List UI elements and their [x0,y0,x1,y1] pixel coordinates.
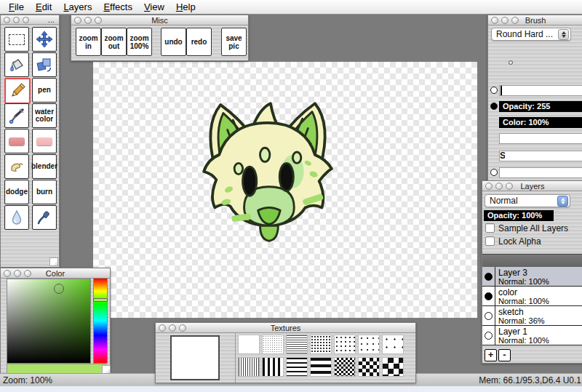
scatter-pressure-toggle[interactable] [490,169,498,176]
layer-row-layer3[interactable]: Layer 3 Normal: 100% [482,267,582,287]
toolbox-titlebar[interactable]: ... [1,15,59,25]
pen-tool[interactable]: pen [32,78,57,103]
color-titlebar[interactable]: Color [1,268,110,279]
stepper-icon[interactable] [558,29,569,40]
eyedropper-tool[interactable] [32,205,57,230]
layer-row-layer1[interactable]: Layer 1 Normal: 100% [482,326,582,345]
window-zoom-icon[interactable] [95,17,102,24]
blender-tool[interactable]: blender [32,154,57,179]
texture-swatch[interactable] [382,357,404,377]
menu-help[interactable]: Help [170,1,202,13]
soft-eraser-icon [36,137,52,145]
zoom-out-button[interactable]: zoom out [101,28,127,56]
window-minimize-icon[interactable] [169,324,176,332]
airbrush-tool[interactable] [4,103,29,128]
menu-effects[interactable]: Effects [97,1,138,13]
add-layer-button[interactable]: + [485,349,497,361]
layer-row-sketch[interactable]: sketch Normal: 36% [482,306,582,326]
toolbox-resize-grip[interactable] [49,257,58,266]
texture-swatch[interactable] [262,357,284,377]
texture-swatch[interactable] [358,357,380,377]
window-zoom-icon[interactable] [511,17,519,24]
texture-swatch[interactable] [286,335,308,354]
save-pic-button[interactable]: save pic [221,28,247,56]
layers-titlebar[interactable]: Layers [482,181,582,191]
window-minimize-icon[interactable] [14,270,21,277]
window-close-icon[interactable] [4,17,10,23]
layer-row-color[interactable]: color Normal: 100% [482,287,582,306]
smudge-tool[interactable] [4,154,29,179]
visibility-toggle-icon[interactable] [485,273,493,281]
brush-size-slider[interactable] [499,85,582,96]
zoom-in-button[interactable]: zoom in [76,28,101,56]
zoom-100-button[interactable]: zoom 100% [127,28,152,56]
window-zoom-icon[interactable] [179,324,186,332]
burn-tool[interactable]: burn [32,180,57,204]
watercolor-tool[interactable]: water color [32,103,57,128]
misc-titlebar[interactable]: Misc [71,15,248,25]
pencil-tool[interactable] [4,78,31,104]
texture-swatch[interactable] [310,357,332,377]
canvas-document[interactable] [93,62,477,318]
texture-swatch[interactable] [382,335,404,354]
visibility-toggle-icon[interactable] [485,292,493,300]
window-minimize-icon[interactable] [495,183,503,190]
menu-file[interactable]: File [3,1,30,13]
brush-color-slider[interactable]: Color: 100% [499,117,582,128]
texture-swatch[interactable] [262,335,284,354]
redo-button[interactable]: redo [186,28,212,56]
select-rect-tool[interactable] [4,27,29,52]
textures-titlebar[interactable]: Textures [156,323,415,333]
color-cursor-icon[interactable] [54,284,64,294]
remove-layer-button[interactable]: - [498,349,511,361]
rotate-canvas-tool[interactable] [32,52,57,77]
brush-scatter-slider[interactable] [499,167,582,178]
blur-tool[interactable] [4,205,29,230]
window-zoom-icon[interactable] [24,270,31,277]
window-close-icon[interactable] [491,17,498,24]
window-close-icon[interactable] [74,17,81,24]
dodge-tool[interactable]: dodge [4,180,29,204]
sample-all-layers-checkbox[interactable] [485,223,495,233]
texture-swatch[interactable] [310,335,332,354]
window-zoom-icon[interactable] [506,183,513,190]
texture-swatch[interactable] [358,335,380,354]
blend-mode-dropdown[interactable]: Normal [485,194,570,207]
texture-swatch[interactable] [238,335,260,354]
window-close-icon[interactable] [4,270,11,277]
texture-swatch[interactable] [238,357,260,377]
menu-edit[interactable]: Edit [30,1,57,13]
hue-bar[interactable] [93,278,108,364]
eraser-tool[interactable] [4,129,29,153]
window-close-icon[interactable] [485,183,493,190]
saturation-value-square[interactable] [7,279,91,364]
brush-titlebar[interactable]: Brush [488,15,582,25]
menu-layers[interactable]: Layers [57,1,97,13]
texture-swatch[interactable] [334,357,356,377]
texture-swatch[interactable] [334,335,356,354]
brush-blend-slider[interactable] [499,133,582,144]
move-tool[interactable] [32,27,57,52]
soft-eraser-tool[interactable] [32,129,57,153]
brush-opacity-slider[interactable]: Opacity: 255 [499,101,582,112]
flood-fill-tool[interactable] [4,52,29,77]
menu-view[interactable]: View [138,1,170,13]
undo-button[interactable]: undo [161,28,186,56]
window-close-icon[interactable] [159,324,166,332]
texture-swatch[interactable] [286,357,308,377]
visibility-toggle-icon[interactable] [485,312,493,320]
opacity-pressure-toggle[interactable] [490,103,498,110]
layer-opacity-slider[interactable]: Opacity: 100% [484,210,554,221]
window-minimize-icon[interactable] [13,17,20,23]
current-color-swatch[interactable] [7,364,106,374]
visibility-toggle-icon[interactable] [485,332,493,340]
stepper-icon[interactable] [557,196,568,207]
lock-alpha-checkbox[interactable] [485,236,495,246]
window-minimize-icon[interactable] [84,17,92,24]
size-pressure-toggle[interactable] [490,87,498,94]
window-zoom-icon[interactable] [23,17,29,23]
window-minimize-icon[interactable] [501,17,509,24]
brush-spacing-slider[interactable]: S [499,151,582,161]
brush-preset-dropdown[interactable]: Round Hard ... [491,28,571,41]
hue-marker-icon[interactable] [93,298,108,302]
